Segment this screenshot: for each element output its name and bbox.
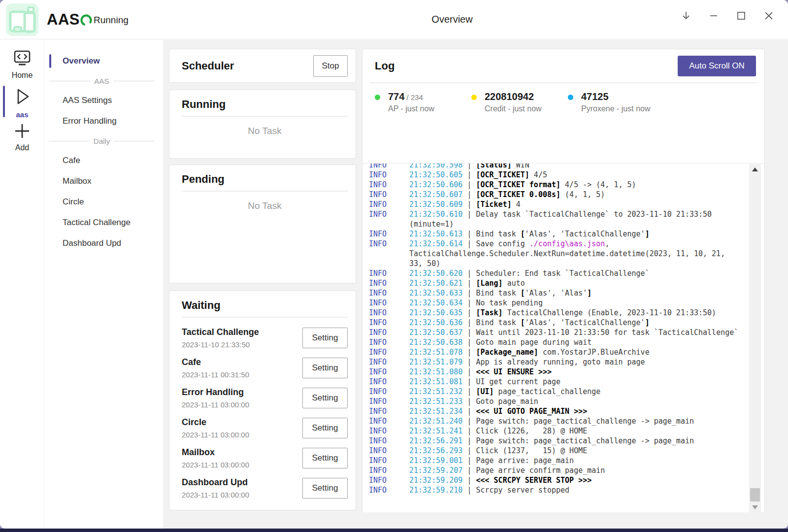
task-row: Mailbox2023-11-11 03:00:00Setting	[182, 443, 348, 473]
log-card: Log Auto Scroll ON 774 / 234AP - just no…	[362, 49, 765, 512]
log-scrollbar[interactable]	[749, 164, 761, 512]
scheduler-card: Scheduler Stop	[169, 49, 356, 83]
log-level: INFO	[369, 239, 409, 249]
task-name: Mailbox	[182, 447, 249, 458]
log-timestamp: 21:32:50.638	[409, 338, 462, 347]
rail-item-add[interactable]: Add	[0, 122, 44, 152]
task-next-run: 2023-11-11 03:00:00	[182, 491, 249, 499]
log-separator: |	[462, 163, 476, 169]
log-segment: [Lang]	[476, 279, 502, 288]
log-level: INFO	[369, 377, 409, 387]
setting-button[interactable]: Setting	[302, 388, 348, 408]
log-segment: Page arrive: page_main	[476, 456, 574, 465]
log-line: INFO21:32:50.610 | Delay task `TacticalC…	[369, 209, 764, 219]
log-level: INFO	[369, 163, 409, 170]
log-segment: 'Alas', 'TacticalChallenge'	[525, 230, 645, 238]
log-separator: |	[462, 358, 476, 366]
nav-item-mailbox[interactable]: Mailbox	[45, 171, 163, 192]
nav-item-error-handling[interactable]: Error Handling	[45, 111, 163, 132]
setting-button[interactable]: Setting	[302, 478, 348, 499]
log-separator: |	[462, 180, 476, 189]
task-row: Cafe2023-11-11 00:31:50Setting	[182, 353, 348, 383]
log-line: INFO21:32:51.240 | Page switch: page_tac…	[369, 416, 764, 426]
stat-suffix: / 234	[404, 93, 423, 101]
log-timestamp: 21:32:51.241	[409, 427, 462, 435]
log-segment: Page switch: page_tactical_challenge -> …	[476, 436, 694, 445]
log-level: INFO	[369, 328, 409, 337]
log-level: INFO	[369, 288, 409, 298]
rail-item-aas[interactable]: aas	[0, 86, 44, 119]
log-level: INFO	[369, 318, 409, 328]
log-message: 21:32:50.613 | Bind task ['Alas', 'Tacti…	[409, 229, 650, 239]
nav-item-tactical-challenge[interactable]: Tactical Challenge	[45, 212, 163, 233]
arrow-down-icon[interactable]	[678, 8, 694, 23]
log-message: 21:32:50.635 | [Task] TacticalChallenge …	[409, 308, 716, 318]
log-separator: |	[462, 407, 476, 416]
nav-item-aas-settings[interactable]: AAS Settings	[45, 90, 163, 111]
scheduler-title: Scheduler	[182, 60, 234, 72]
log-segment: Goto page_main	[476, 397, 538, 406]
log-separator: |	[462, 456, 476, 465]
log-segment: Bind task	[476, 289, 520, 298]
log-level	[369, 219, 409, 229]
log-segment: Page arrive confirm page_main	[476, 466, 605, 475]
log-timestamp: 21:32:51.080	[409, 367, 462, 376]
log-timestamp: 21:32:50.614	[409, 239, 462, 248]
minimize-icon[interactable]	[705, 8, 722, 23]
log-message: 21:32:50.620 | Scheduler: End task `Tact…	[409, 268, 650, 278]
divider-line	[114, 81, 155, 81]
task-next-run: 2023-11-11 00:31:50	[182, 370, 249, 379]
log-segment: Scrcpy server stopped	[476, 486, 569, 495]
log-message: 21:32:51.233 | Goto page_main	[409, 397, 538, 406]
log-line: INFO21:32:50.638 | Goto main page during…	[369, 337, 764, 347]
scroll-up-arrow-icon[interactable]	[752, 167, 758, 171]
nav-item-cafe[interactable]: Cafe	[45, 150, 163, 171]
divider-line	[49, 141, 89, 141]
stop-button[interactable]: Stop	[313, 55, 348, 77]
task-row: Dashboard Upd2023-11-11 03:00:00Setting	[182, 473, 348, 503]
scrollbar-thumb[interactable]	[750, 488, 760, 501]
task-row: Circle2023-11-11 03:00:00Setting	[182, 413, 348, 443]
nav-section-divider: Daily	[49, 134, 155, 147]
log-timestamp: 21:32:50.637	[409, 328, 462, 337]
log-line: INFO21:32:50.621 | [Lang] auto	[369, 278, 764, 288]
task-name: Error Handling	[182, 387, 249, 398]
auto-scroll-button[interactable]: Auto Scroll ON	[678, 56, 756, 76]
log-level: INFO	[369, 190, 409, 200]
task-name: Tactical Challenge	[182, 327, 259, 337]
log-title: Log	[375, 60, 394, 72]
status-indicator: Running	[80, 14, 129, 27]
log-lines: INFO21:32:50.598 | [Status] WININFO21:32…	[362, 163, 764, 495]
nav-item-overview[interactable]: Overview	[45, 51, 163, 71]
close-icon[interactable]	[760, 8, 777, 23]
log-level: INFO	[369, 308, 409, 318]
log-separator: |	[462, 446, 476, 455]
log-segment: App is already running, goto main page	[476, 358, 645, 366]
maximize-icon[interactable]	[733, 8, 750, 23]
log-level: INFO	[369, 436, 409, 446]
nav-item-dashboard-upd[interactable]: Dashboard Upd	[45, 233, 163, 254]
log-message: 21:32:50.636 | Bind task ['Alas', 'Tacti…	[409, 318, 650, 328]
code-monitor-icon	[12, 61, 32, 69]
log-segment: TacticalChallenge.Scheduler.NextRun=date…	[409, 249, 725, 258]
setting-button[interactable]: Setting	[302, 358, 348, 378]
rail-item-home[interactable]: Home	[0, 49, 44, 80]
log-timestamp: 21:32:50.636	[409, 318, 462, 327]
scroll-down-arrow-icon[interactable]	[752, 505, 758, 509]
log-message: 21:32:51.241 | Click (1226, 28) @ HOME	[409, 426, 587, 436]
nav-item-circle[interactable]: Circle	[45, 192, 163, 212]
setting-button[interactable]: Setting	[302, 448, 348, 468]
task-info: Mailbox2023-11-11 03:00:00	[182, 447, 249, 469]
log-view[interactable]: INFO21:32:50.598 | [Status] WININFO21:32…	[362, 163, 764, 512]
app-logo-icon	[6, 3, 38, 36]
task-info: Cafe2023-11-11 00:31:50	[182, 357, 249, 379]
log-timestamp: 21:32:50.633	[409, 289, 462, 298]
log-separator: |	[462, 328, 476, 337]
log-segment: Delay task `TacticalChallenge` to 2023-1…	[476, 210, 712, 219]
setting-button[interactable]: Setting	[302, 328, 348, 348]
log-line: INFO21:32:50.635 | [Task] TacticalChalle…	[369, 308, 764, 318]
setting-button[interactable]: Setting	[302, 418, 348, 438]
task-info: Error Handling2023-11-11 03:00:00	[182, 387, 249, 409]
log-level: INFO	[369, 367, 409, 377]
log-message: 21:32:50.607 | [OCR_TICKET 0.008s] (4, 1…	[409, 190, 605, 200]
